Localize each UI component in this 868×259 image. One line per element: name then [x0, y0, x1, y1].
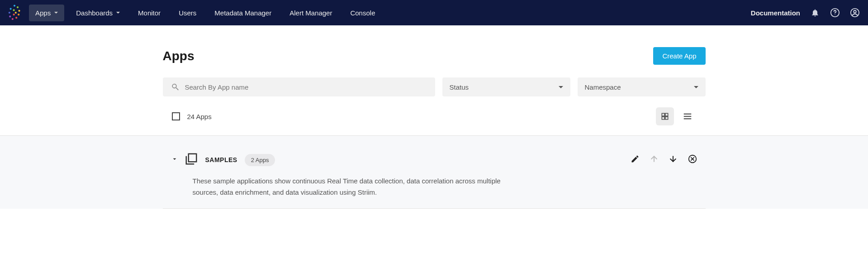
svg-point-2 — [18, 10, 20, 12]
list-icon — [683, 111, 693, 121]
svg-rect-20 — [683, 114, 691, 115]
svg-rect-19 — [665, 117, 668, 120]
app-logo — [8, 4, 21, 21]
top-navbar: Apps Dashboards Monitor Users Metadata M… — [0, 0, 868, 25]
svg-point-9 — [13, 9, 15, 11]
page-title: Apps — [163, 49, 194, 63]
move-down-icon[interactable] — [669, 154, 678, 165]
notifications-icon[interactable] — [810, 8, 820, 18]
view-toggle — [656, 107, 697, 125]
page-content: Apps Create App Status Namespace 24 Apps — [163, 25, 706, 135]
nav-item-label: Users — [179, 9, 196, 17]
group-description: These sample applications show continuou… — [163, 176, 507, 198]
group-title: SAMPLES — [205, 156, 237, 163]
nav-left: Apps Dashboards Monitor Users Metadata M… — [29, 5, 381, 21]
nav-item-label: Monitor — [138, 9, 161, 17]
svg-point-1 — [17, 6, 19, 8]
nav-item-users[interactable]: Users — [172, 5, 203, 21]
nav-item-label: Metadata Manager — [214, 9, 271, 17]
svg-point-8 — [10, 8, 12, 10]
select-all-checkbox[interactable] — [172, 112, 180, 120]
collapse-toggle[interactable] — [171, 155, 177, 164]
svg-point-13 — [835, 14, 835, 15]
page-header: Apps Create App — [163, 47, 706, 65]
grid-view-button[interactable] — [656, 107, 674, 125]
svg-rect-21 — [683, 116, 691, 117]
chevron-down-icon — [116, 12, 120, 14]
namespace-select[interactable]: Namespace — [578, 77, 706, 96]
svg-point-10 — [15, 12, 17, 14]
app-count-label: 24 Apps — [187, 113, 212, 120]
svg-point-0 — [14, 5, 15, 7]
status-select[interactable]: Status — [442, 77, 570, 96]
nav-item-monitor[interactable]: Monitor — [132, 5, 167, 21]
svg-point-3 — [18, 14, 19, 15]
nav-item-apps[interactable]: Apps — [29, 5, 64, 21]
svg-rect-23 — [188, 154, 196, 162]
svg-rect-22 — [683, 118, 691, 119]
group-block-samples: SAMPLES 2 Apps These sample applications… — [163, 136, 706, 209]
nav-item-console[interactable]: Console — [344, 5, 381, 21]
folder-stack-icon — [185, 152, 198, 168]
chevron-down-icon — [694, 86, 698, 88]
count-group: 24 Apps — [172, 112, 212, 120]
delete-icon[interactable] — [688, 154, 697, 166]
svg-point-11 — [13, 14, 15, 15]
nav-item-alert-manager[interactable]: Alert Manager — [283, 5, 338, 21]
group-actions — [631, 154, 697, 166]
nav-item-label: Dashboards — [76, 9, 113, 17]
nav-item-metadata-manager[interactable]: Metadata Manager — [208, 5, 278, 21]
grid-icon — [660, 112, 669, 121]
svg-rect-18 — [662, 117, 664, 120]
list-toolbar: 24 Apps — [163, 107, 706, 135]
search-input[interactable] — [185, 83, 427, 91]
group-header: SAMPLES 2 Apps — [163, 152, 706, 168]
nav-right: Documentation — [751, 8, 860, 18]
chevron-down-icon — [559, 86, 563, 88]
list-view-button[interactable] — [678, 107, 697, 125]
account-icon[interactable] — [850, 8, 860, 18]
namespace-label: Namespace — [585, 83, 621, 91]
nav-item-label: Apps — [35, 9, 51, 17]
nav-item-dashboards[interactable]: Dashboards — [70, 5, 126, 21]
help-icon[interactable] — [830, 8, 840, 18]
edit-icon[interactable] — [631, 154, 640, 165]
svg-point-15 — [854, 10, 856, 13]
svg-point-5 — [12, 18, 14, 20]
nav-item-label: Alert Manager — [289, 9, 332, 17]
status-label: Status — [450, 83, 469, 91]
filter-row: Status Namespace — [163, 77, 706, 96]
search-icon — [171, 82, 180, 91]
svg-rect-16 — [662, 113, 664, 116]
group-app-count-badge: 2 Apps — [245, 154, 275, 166]
create-app-button[interactable]: Create App — [653, 47, 705, 65]
search-field[interactable] — [163, 77, 435, 96]
svg-point-6 — [9, 15, 11, 17]
move-up-icon — [650, 154, 659, 165]
chevron-down-icon — [54, 12, 58, 14]
svg-rect-17 — [665, 113, 668, 116]
groups-section: SAMPLES 2 Apps These sample applications… — [0, 135, 868, 209]
svg-point-7 — [9, 12, 10, 14]
chevron-down-icon — [171, 155, 178, 163]
nav-item-label: Console — [350, 9, 375, 17]
svg-point-4 — [15, 17, 17, 19]
documentation-link[interactable]: Documentation — [751, 9, 800, 17]
